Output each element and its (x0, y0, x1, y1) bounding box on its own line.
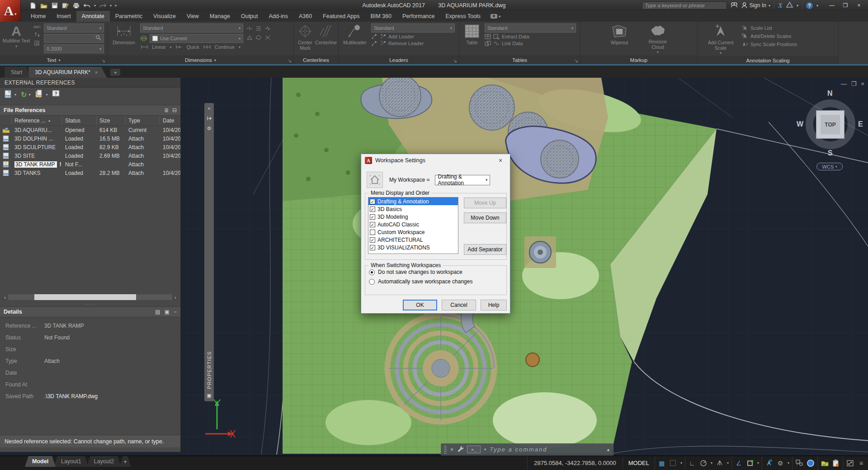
new-drawing-tab-button[interactable]: + (110, 69, 120, 76)
snap-mode-icon[interactable] (669, 459, 677, 468)
chevron-down-icon[interactable]: ▾ (484, 447, 486, 451)
table-row[interactable]: DWG 3D TANKS Loaded 28.2 MB Attach 10/4/… (0, 169, 180, 177)
extract-data-icon[interactable] (493, 34, 500, 39)
object-snap-icon[interactable] (746, 459, 754, 468)
xref-help-icon[interactable]: ? (52, 90, 60, 99)
close-icon[interactable]: × (208, 106, 210, 116)
command-close-icon[interactable]: × (450, 446, 453, 453)
list-view-icon[interactable]: ≣ (164, 107, 169, 113)
attach-dwg-icon[interactable]: DWG (4, 89, 13, 100)
linear-dim-button[interactable]: Linear (152, 44, 166, 50)
chevron-down-icon[interactable]: ▾ (239, 45, 241, 49)
dim-adjust-space-icon[interactable] (255, 24, 263, 33)
dialog-launcher-icon[interactable]: ↘ (288, 58, 292, 63)
tab-performance[interactable]: Performance (397, 11, 440, 22)
workspace-checkbox[interactable] (370, 230, 375, 235)
leader-align-icon[interactable] (371, 41, 377, 46)
list-item[interactable]: ✓ Drafting & Annotation (368, 197, 458, 205)
palette-title[interactable]: EXTERNAL REFERENCES (0, 78, 180, 88)
command-line-grip[interactable] (444, 446, 447, 454)
extract-data-button[interactable]: Extract Data (502, 34, 529, 39)
link-data-button[interactable]: Link Data (502, 41, 523, 46)
horizontal-scrollbar[interactable]: ‹ › (2, 294, 179, 301)
revision-cloud-button[interactable]: Revision Cloud ▾ (644, 24, 671, 55)
leader-collect-icon[interactable] (371, 34, 377, 39)
command-prompt-icon[interactable]: >_ (467, 446, 481, 453)
table-row[interactable]: 3D AQUARIU... Opened 614 KB Current 10/4… (0, 126, 180, 134)
ok-button[interactable]: OK (403, 300, 437, 310)
collapse-icon[interactable]: − (174, 309, 177, 315)
ribbon-display-toggle[interactable]: ▾ (486, 11, 505, 22)
link-data-icon[interactable] (493, 41, 500, 46)
viewcube[interactable]: N E S W TOP WCS ▾ (797, 90, 864, 179)
dialog-close-icon[interactable]: × (495, 157, 506, 164)
command-input[interactable]: Type a command (490, 446, 547, 453)
dwg-close-icon[interactable]: × (861, 80, 864, 87)
sync-scale-positions-button[interactable]: Sync Scale Positions (750, 42, 797, 47)
table-button[interactable]: Table (462, 24, 482, 55)
table-row[interactable]: DWG 3D DOLPHIN ... Loaded 16.5 MB Attach… (0, 134, 180, 143)
customization-menu-icon[interactable]: ≡ (857, 459, 865, 468)
radio-auto-save[interactable]: Automatically save workspace changes (369, 278, 506, 285)
properties-tab-label[interactable]: PROPERTIES (207, 351, 212, 389)
table-cell-icon[interactable] (485, 34, 491, 39)
text-style-icon[interactable] (34, 32, 40, 38)
chevron-down-icon[interactable]: ▾ (788, 461, 789, 465)
minimize-button[interactable]: — (826, 1, 838, 10)
workspace-gear-icon[interactable]: ⚙ (776, 459, 784, 468)
remove-leader-button[interactable]: Remove Leader (388, 41, 424, 46)
panel-title-annotation-scaling[interactable]: Annotation Scaling (698, 56, 838, 64)
details-view-icon[interactable]: ▤ (155, 309, 160, 315)
change-path-icon[interactable] (35, 89, 44, 99)
workspace-select[interactable]: Drafting & Annotation ▾ (435, 175, 490, 185)
refresh-icon[interactable]: ↻ (21, 90, 27, 99)
list-item[interactable]: Custom Workspace (368, 228, 458, 236)
tab-view[interactable]: View (181, 11, 204, 22)
properties-palette-bar[interactable]: × ⚙ PROPERTIES ▣ (204, 103, 214, 401)
undo-chevron-icon[interactable]: ▾ (94, 4, 96, 8)
list-item[interactable]: ✓ 3D Basics (368, 205, 458, 213)
dwg-minimize-icon[interactable]: — (841, 80, 847, 87)
app-menu-button[interactable]: A ▾ (0, 0, 21, 22)
tab-express-tools[interactable]: Express Tools (440, 11, 486, 22)
table-row[interactable]: DWG 3D SCULPTURE Loaded 82.9 KB Attach 1… (0, 143, 180, 151)
tab-bim360[interactable]: BIM 360 (365, 11, 397, 22)
tab-a360[interactable]: A360 (293, 11, 317, 22)
command-line[interactable]: × >_ ▾ Type a command ▲ (441, 443, 613, 456)
plot-icon[interactable] (72, 2, 80, 9)
open-file-icon[interactable] (40, 2, 47, 9)
chevron-down-icon[interactable]: ▾ (28, 93, 30, 97)
add-leader-icon[interactable] (380, 34, 386, 39)
isometric-drafting-icon[interactable] (716, 459, 724, 468)
trusted-location-icon[interactable] (821, 459, 829, 468)
clean-screen-icon[interactable] (846, 459, 854, 468)
panel-title-centerlines[interactable]: Centerlines (294, 56, 338, 64)
move-down-button[interactable]: Move Down (464, 212, 506, 223)
dialog-titlebar[interactable]: A Workspace Settings × (361, 154, 510, 167)
grid-display-icon[interactable]: ▦ (658, 459, 666, 468)
compass-south[interactable]: S (828, 149, 833, 157)
chevron-down-icon[interactable]: ▾ (727, 461, 729, 465)
list-item[interactable]: ✓ 3D VISUALIZATIONS (368, 244, 458, 251)
workspace-listbox[interactable]: ✓ Drafting & Annotation ✓ 3D Basics ✓ 3D… (368, 197, 458, 254)
table-style-combo[interactable]: Standard ▾ (485, 24, 576, 33)
a360-icon[interactable] (786, 1, 793, 9)
scroll-right-icon[interactable]: › (172, 295, 179, 300)
tab-output[interactable]: Output (236, 11, 264, 22)
palette-settings-icon[interactable]: ⚙ (207, 126, 212, 136)
dwg-restore-icon[interactable]: ❐ (851, 80, 857, 87)
workspace-checkbox[interactable]: ✓ (370, 222, 375, 227)
find-text-field[interactable] (44, 34, 104, 43)
sign-in-button[interactable]: Sign In ▾ (741, 2, 770, 9)
dialog-launcher-icon[interactable]: ↘ (575, 58, 578, 63)
col-date[interactable]: Date (160, 116, 180, 125)
cancel-button[interactable]: Cancel (442, 300, 476, 310)
add-separator-button[interactable]: Add Separator (464, 244, 506, 255)
text-height-combo[interactable]: 0.2000 ▾ (44, 44, 104, 53)
file-tab-document[interactable]: 3D AQUARIUM PARK* × (28, 67, 107, 78)
workspace-checkbox[interactable]: ✓ (370, 214, 375, 220)
save-as-icon[interactable] (61, 2, 69, 9)
dim-layer-combo[interactable]: Use Current ▾ (150, 34, 243, 43)
panel-title-text[interactable]: Text ▾ ↘ (0, 56, 107, 64)
tab-insert[interactable]: Insert (51, 11, 76, 22)
